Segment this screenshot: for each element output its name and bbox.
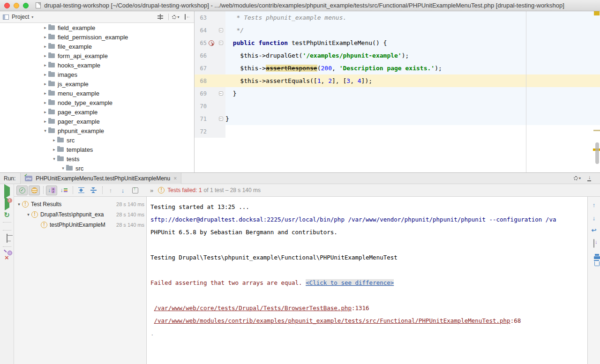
chevron-collapsed-icon[interactable]: ▸	[42, 25, 48, 30]
fold-collapse-icon[interactable]: −	[219, 28, 223, 32]
chevron-collapsed-icon[interactable]: ▸	[42, 53, 48, 58]
code-line[interactable]: $this->assertResponse(200, 'Description …	[225, 62, 600, 74]
console-link[interactable]: <Click to see difference>	[306, 279, 394, 286]
chevron-collapsed-icon[interactable]: ▸	[42, 82, 48, 86]
project-settings-button[interactable]: ▾	[172, 13, 180, 21]
editor-line[interactable]: 68 $this->assertEquals([1, 2], [3, 4]);	[195, 74, 600, 87]
next-failed-test-button[interactable]: ↓	[117, 186, 128, 195]
export-test-results-button[interactable]	[129, 186, 141, 195]
sort-by-duration-button[interactable]: ↓	[58, 186, 69, 195]
project-tree-item[interactable]: ▸file_example	[0, 42, 194, 51]
show-passed-button[interactable]: ✓	[16, 186, 28, 195]
rerun-failed-test-icon[interactable]: !	[209, 40, 214, 46]
project-tree-item[interactable]: ▾src	[0, 163, 194, 172]
test-tree-item[interactable]: ▾!Test Results28 s 140 ms	[14, 199, 146, 209]
editor-line[interactable]: 72	[195, 125, 600, 138]
editor-line[interactable]: 65!− public function testPhpUnitExampleM…	[195, 37, 600, 49]
code-editor[interactable]: 63 * Tests phpunit_example menus.64− */6…	[195, 11, 600, 172]
chevron-collapsed-icon[interactable]: ▸	[42, 63, 48, 67]
code-line[interactable]: $this->drupalGet('/examples/phpunit-exam…	[225, 49, 600, 62]
close-tab-icon[interactable]: ×	[173, 175, 177, 182]
fold-collapse-icon[interactable]: −	[219, 41, 223, 45]
show-ignored-button[interactable]	[29, 186, 40, 195]
editor-line[interactable]: 66 $this->drupalGet('/examples/phpunit-e…	[195, 49, 600, 62]
expand-all-button[interactable]	[75, 186, 87, 195]
project-tree-item[interactable]: ▸field_example	[0, 23, 194, 32]
chevron-collapsed-icon[interactable]: ▸	[51, 138, 57, 142]
locate-file-button[interactable]	[156, 13, 165, 21]
previous-failed-test-button[interactable]: ↑	[105, 186, 116, 195]
console-link[interactable]: /var/www/web/modules/contrib/examples/ph…	[154, 317, 510, 324]
chevron-collapsed-icon[interactable]: ▸	[42, 72, 48, 77]
chevron-expanded-icon[interactable]: ▾	[42, 128, 48, 133]
rerun-failed-tests-button[interactable]: !	[5, 200, 9, 208]
project-tree-item[interactable]: ▾tests	[0, 154, 194, 163]
project-tree-item[interactable]: ▸pager_example	[0, 117, 194, 126]
chevron-down-icon[interactable]: ▾	[31, 15, 33, 19]
code-line[interactable]	[225, 125, 600, 138]
run-tab[interactable]: php✓ PHPUnitExampleMenuTest.testPhpUnitE…	[20, 173, 181, 184]
fold-collapse-icon[interactable]: −	[219, 117, 223, 121]
scroll-to-end-button[interactable]	[593, 239, 594, 248]
project-panel-title[interactable]: Project	[12, 14, 29, 20]
hide-project-panel-button[interactable]	[183, 13, 191, 21]
chevron-collapsed-icon[interactable]: ▸	[42, 44, 48, 49]
code-line[interactable]: }	[225, 112, 600, 125]
test-tree-item[interactable]: !testPhpUnitExampleM28 s 140 ms	[14, 220, 146, 230]
more-actions-chevrons[interactable]: »	[150, 187, 153, 194]
run-panel-settings-button[interactable]: ▾	[574, 176, 581, 180]
project-tree-item[interactable]: ▸form_api_example	[0, 51, 194, 60]
fold-collapse-icon[interactable]: −	[219, 91, 223, 96]
editor-scrollbar[interactable]	[595, 142, 599, 164]
editor-line[interactable]: 64− */	[195, 24, 600, 37]
chevron-collapsed-icon[interactable]: ▸	[42, 91, 48, 96]
editor-line[interactable]: 70	[195, 100, 600, 112]
code-line[interactable]: public function testPhpUnitExampleMenu()…	[225, 37, 600, 49]
chevron-collapsed-icon[interactable]: ▸	[42, 35, 48, 39]
chevron-expanded-icon[interactable]: ▾	[60, 166, 66, 171]
chevron-expanded-icon[interactable]: ▾	[51, 156, 57, 161]
restore-layout-button[interactable]	[7, 234, 8, 243]
sort-alphabetically-button[interactable]: ↓az	[46, 186, 57, 195]
editor-line[interactable]: 63 * Tests phpunit_example menus.	[195, 11, 600, 24]
code-line[interactable]	[225, 100, 600, 112]
project-tree-item[interactable]: ▸menu_example	[0, 89, 194, 98]
code-line[interactable]: * Tests phpunit_example menus.	[225, 11, 600, 24]
toggle-auto-test-button[interactable]: ↻	[4, 212, 10, 218]
chevron-collapsed-icon[interactable]: ▸	[51, 147, 57, 152]
collapse-all-button[interactable]	[88, 186, 99, 195]
down-stack-trace-button[interactable]: ↓	[592, 215, 596, 222]
project-tree-item[interactable]: ▸src	[0, 135, 194, 145]
project-tree-item[interactable]: ▸images	[0, 70, 194, 79]
project-tree-item[interactable]: ▸js_example	[0, 79, 194, 89]
project-tree-item[interactable]: ▸templates	[0, 145, 194, 154]
chevron-expanded-icon[interactable]: ▾	[25, 212, 31, 217]
chevron-collapsed-icon[interactable]: ▸	[42, 100, 48, 105]
error-stripe-warning-mark[interactable]	[594, 11, 600, 15]
close-run-panel-button[interactable]: ×	[5, 254, 9, 260]
chevron-collapsed-icon[interactable]: ▸	[42, 110, 48, 114]
error-stripe-mark[interactable]	[593, 130, 600, 131]
code-line[interactable]: $this->assertEquals([1, 2], [3, 4]);	[225, 74, 600, 87]
project-tree-item[interactable]: ▸node_type_example	[0, 98, 194, 107]
project-tree-item[interactable]: ▸hooks_example	[0, 60, 194, 70]
soft-wrap-button[interactable]: ↩	[592, 228, 597, 233]
project-tree-item[interactable]: ▸page_example	[0, 107, 194, 117]
up-stack-trace-button[interactable]: ↑	[592, 201, 596, 208]
editor-line[interactable]: 69− }	[195, 87, 600, 100]
editor-line[interactable]: 67 $this->assertResponse(200, 'Descripti…	[195, 62, 600, 74]
editor-line[interactable]: 71−}	[195, 112, 600, 125]
close-window-button[interactable]	[4, 3, 10, 8]
test-tree-item[interactable]: ▾!Drupal\Tests\phpunit_exa28 s 140 ms	[14, 209, 146, 220]
rerun-button[interactable]	[4, 187, 10, 196]
code-line[interactable]: */	[225, 24, 600, 37]
console-link[interactable]: /var/www/web/core/tests/Drupal/Tests/Bro…	[154, 305, 352, 312]
chevron-collapsed-icon[interactable]: ▸	[42, 119, 48, 124]
code-line[interactable]: }	[225, 87, 600, 100]
project-tree-item[interactable]: ▸field_permission_example	[0, 32, 194, 42]
hide-run-panel-button[interactable]	[587, 175, 593, 181]
project-tree-item[interactable]: ▾phpunit_example	[0, 126, 194, 135]
minimize-window-button[interactable]	[14, 3, 19, 8]
chevron-expanded-icon[interactable]: ▾	[16, 202, 22, 207]
zoom-window-button[interactable]	[23, 3, 29, 8]
